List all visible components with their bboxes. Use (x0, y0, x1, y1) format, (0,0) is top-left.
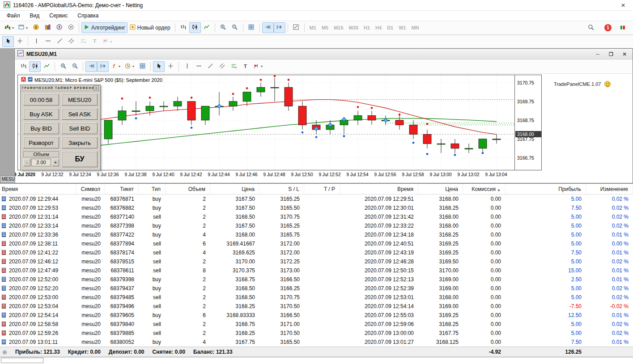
data-window-button[interactable] (42, 22, 53, 33)
history-row[interactable]: 2020.07.09 12:47:49mesu2068378611sell831… (0, 266, 633, 275)
history-row[interactable]: 2020.07.09 12:29:44mesu2068376871buy2316… (0, 195, 633, 203)
buy-ask-button[interactable]: Buy ASK (23, 108, 59, 120)
accounts-button[interactable]: $ (30, 22, 42, 33)
history-row[interactable]: 2020.07.09 12:33:36mesu2068377422buy4316… (0, 230, 633, 239)
column-header-2[interactable]: Тикет (105, 184, 139, 194)
column-header-12[interactable]: Изменение (586, 184, 633, 194)
menu-item-tools[interactable]: Сервис (44, 11, 72, 20)
chart-scroll-to-end-button[interactable] (85, 61, 97, 72)
arrows-button[interactable]: ▾ (100, 36, 114, 47)
chart-close-button[interactable]: ✕ (619, 50, 630, 58)
column-header-9[interactable]: Цена (418, 184, 463, 194)
profiles-button[interactable]: ▾ (16, 22, 30, 33)
scroll-to-end-button[interactable] (262, 22, 274, 33)
timeframe-h1-button[interactable]: H1 (361, 22, 373, 33)
timeframe-mn-button[interactable]: MN (409, 22, 422, 33)
history-row[interactable]: 2020.07.09 12:54:14mesu2068379605buy6316… (0, 311, 633, 320)
chart-text-button[interactable]: T (239, 61, 251, 72)
menu-item-help[interactable]: Справка (72, 11, 103, 20)
column-header-8[interactable]: Время (340, 184, 418, 194)
timeframe-m15-button[interactable]: M15 (331, 22, 346, 33)
column-header-1[interactable]: Символ (76, 184, 105, 194)
algo-trading-button[interactable]: Алготрейдинг (81, 22, 127, 33)
chart-window-tab[interactable]: MESU (0, 175, 15, 183)
chart-line-button[interactable] (41, 61, 52, 72)
column-header-0[interactable]: Время (0, 184, 76, 194)
menu-item-view[interactable]: Вид (25, 11, 45, 20)
crosshair-button[interactable] (14, 36, 25, 47)
close-position-button[interactable]: Закрыть (62, 137, 98, 148)
line-chart-button[interactable] (201, 22, 212, 33)
history-row[interactable]: 2020.07.09 12:53:04mesu2068379496sell231… (0, 302, 633, 311)
volume-increase-button[interactable]: + (52, 159, 59, 166)
chart-zoom-in-button[interactable] (57, 61, 69, 72)
history-row[interactable]: 2020.07.09 13:01:11mesu2068380052buy4316… (0, 338, 633, 347)
volume-value[interactable]: 2.00 (31, 159, 51, 166)
window-close-button[interactable]: ✕ (617, 1, 629, 10)
text-button[interactable]: T (89, 36, 100, 47)
chart-minimize-button[interactable]: ─ (592, 50, 603, 58)
history-row[interactable]: 2020.07.09 12:58:58mesu2068379840sell231… (0, 320, 633, 329)
history-row[interactable]: 2020.07.09 12:53:00mesu2068379485sell231… (0, 293, 633, 302)
chart-zoom-out-button[interactable] (69, 61, 81, 72)
zoom-out-button[interactable] (229, 22, 241, 33)
buy-bid-button[interactable]: Buy BID (23, 123, 59, 134)
timeframe-m5-button[interactable]: M5 (319, 22, 331, 33)
history-row[interactable]: 2020.07.09 12:38:11mesu2068377894sell631… (0, 239, 633, 248)
column-header-5[interactable]: Цена (210, 184, 259, 194)
column-header-6[interactable]: S / L (259, 184, 304, 194)
tile-windows-button[interactable] (246, 22, 257, 33)
volume-decrease-button[interactable]: - (23, 159, 30, 166)
chart-maximize-button[interactable]: ❐ (606, 50, 616, 58)
reverse-button[interactable]: Разворот (23, 137, 59, 148)
column-header-10[interactable]: Комиссия▲ (463, 184, 506, 194)
column-header-11[interactable]: Прибыль (506, 184, 586, 194)
horizontal-line-button[interactable] (42, 36, 54, 47)
chart-trendline-button[interactable] (204, 61, 216, 72)
bars-button[interactable] (178, 22, 189, 33)
chart-arrows-button[interactable]: ▾ (251, 61, 265, 72)
chart-crosshair-button[interactable] (165, 61, 176, 72)
chart-candles-button[interactable] (29, 61, 41, 72)
new-order-button[interactable]: Новый ордер (127, 22, 173, 33)
indicators-button[interactable]: f▾ (109, 61, 123, 72)
chart-bars-button[interactable] (17, 61, 29, 72)
search-button[interactable] (585, 22, 597, 33)
timeframe-d1-button[interactable]: D1 (384, 22, 396, 33)
column-header-7[interactable]: T / P (304, 184, 340, 194)
column-header-4[interactable]: Объем (166, 184, 210, 194)
chart-cursor-button[interactable] (153, 61, 165, 72)
sell-ask-button[interactable]: Sell ASK (62, 108, 98, 120)
vertical-line-button[interactable] (30, 36, 42, 47)
chart-horizontal-line-button[interactable] (193, 61, 204, 72)
trade-panel-close-button[interactable]: x (93, 85, 99, 90)
fibonacci-button[interactable]: F (77, 36, 89, 47)
time-axis[interactable]: 9 Jul 20209 Jul 12:329 Jul 12:349 Jul 12… (17, 172, 542, 180)
chart-fibonacci-button[interactable]: F (228, 61, 239, 72)
history-row[interactable]: 2020.07.09 12:31:14mesu2068377140sell231… (0, 212, 633, 221)
timeframe-m1-button[interactable]: M1 (307, 22, 319, 33)
strategy-tester-button[interactable] (65, 22, 76, 33)
history-row[interactable]: 2020.07.09 12:41:22mesu2068378174sell431… (0, 248, 633, 257)
navigator-button[interactable] (53, 22, 65, 33)
chart-shift-button[interactable] (274, 22, 285, 33)
history-row[interactable]: 2020.07.09 12:59:26mesu2068379885sell231… (0, 329, 633, 338)
trade-panel-titlebar[interactable]: ГРАФИЧЕСКИЙ ТАЙМЕР ВРЕМЕНИ x (21, 85, 100, 91)
new-chart-button[interactable]: ▾ (2, 22, 16, 33)
history-row[interactable]: 2020.07.09 12:52:00mesu2068379398buy2316… (0, 275, 633, 284)
sell-bid-button[interactable]: Sell BID (62, 123, 98, 134)
equidistant-channel-button[interactable] (65, 36, 77, 47)
timeframe-h4-button[interactable]: H4 (373, 22, 384, 33)
history-row[interactable]: 2020.07.09 12:46:12mesu2068378515sell231… (0, 257, 633, 266)
chart-auto-shift-button[interactable] (97, 61, 109, 72)
chart-tile-button[interactable] (136, 61, 148, 72)
history-row[interactable]: 2020.07.09 12:29:53mesu2068376882buy2316… (0, 203, 633, 212)
objects-button[interactable] (290, 22, 302, 33)
zoom-in-button[interactable] (217, 22, 229, 33)
history-row[interactable]: 2020.07.09 12:33:14mesu2068377398buy2316… (0, 221, 633, 230)
column-header-3[interactable]: Тип (139, 184, 166, 194)
notifications-button[interactable]: 1 (602, 22, 614, 33)
timeframe-w1-button[interactable]: W1 (396, 22, 409, 33)
history-row[interactable]: 2020.07.09 12:52:20mesu2068379437buy2316… (0, 284, 633, 293)
breakeven-button[interactable]: БУ (62, 151, 98, 167)
